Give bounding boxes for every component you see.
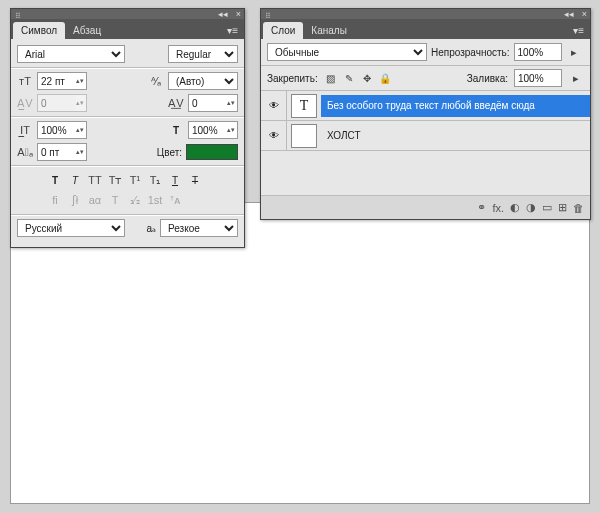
visibility-icon[interactable]: 👁: [261, 91, 287, 120]
layer-row[interactable]: 👁ХОЛСТ: [261, 121, 590, 151]
lock-pixels-icon[interactable]: ▨: [324, 71, 338, 85]
font-family-select[interactable]: Arial: [17, 45, 125, 63]
lock-paint-icon[interactable]: ✎: [342, 71, 356, 85]
color-label: Цвет:: [157, 147, 182, 158]
fill-arrow-icon[interactable]: ▸: [568, 70, 584, 86]
font-size-input[interactable]: ▴▾: [37, 72, 87, 90]
font-style-select[interactable]: Regular: [168, 45, 238, 63]
collapse-icon[interactable]: ◂◂: [564, 9, 574, 19]
opacity-input[interactable]: [514, 43, 562, 61]
tab-channels[interactable]: Каналы: [303, 22, 355, 39]
tab-paragraph[interactable]: Абзац: [65, 22, 109, 39]
allcaps-icon[interactable]: TT: [87, 172, 103, 188]
layers-panel: ⠿ ◂◂ × Слои Каналы ▾≡ Обычные Непрозрачн…: [260, 8, 591, 220]
kerning-icon: A̲V: [17, 95, 33, 111]
fill-label: Заливка:: [467, 73, 508, 84]
close-icon[interactable]: ×: [236, 9, 241, 19]
font-size-icon: тT: [17, 73, 33, 89]
layer-thumb[interactable]: [291, 124, 317, 148]
antialias-label: aₐ: [146, 223, 156, 234]
link-icon[interactable]: ⚭: [477, 201, 486, 214]
panel-menu-icon[interactable]: ▾≡: [567, 22, 590, 39]
opentype-icon-2: ʃł: [67, 192, 83, 208]
panel-menu-icon[interactable]: ▾≡: [221, 22, 244, 39]
fill-input[interactable]: [514, 69, 562, 87]
strike-icon[interactable]: T: [187, 172, 203, 188]
tracking-icon: A͟V: [168, 95, 184, 111]
baseline-icon: Aͣₐ: [17, 144, 33, 160]
lock-move-icon[interactable]: ✥: [360, 71, 374, 85]
opentype-icon-3: aα: [87, 192, 103, 208]
underline-icon[interactable]: T: [167, 172, 183, 188]
panel-titlebar[interactable]: ⠿ ◂◂ ×: [11, 9, 244, 19]
subscript-icon[interactable]: T₁: [147, 172, 163, 188]
visibility-icon[interactable]: 👁: [261, 121, 287, 150]
character-panel: ⠿ ◂◂ × Символ Абзац ▾≡ Arial Regular тT …: [10, 8, 245, 248]
opacity-label: Непрозрачность:: [431, 47, 510, 58]
opacity-arrow-icon[interactable]: ▸: [566, 44, 582, 60]
antialias-select[interactable]: Резкое: [160, 219, 238, 237]
color-swatch[interactable]: [186, 144, 238, 160]
mask-icon[interactable]: ◐: [510, 201, 520, 214]
lock-label: Закрепить:: [267, 73, 318, 84]
lock-all-icon[interactable]: 🔒: [378, 71, 392, 85]
tab-layers[interactable]: Слои: [263, 22, 303, 39]
panel-titlebar[interactable]: ⠿ ◂◂ ×: [261, 9, 590, 19]
fx-icon[interactable]: fx.: [492, 202, 504, 214]
leading-select[interactable]: (Авто): [168, 72, 238, 90]
tabs: Символ Абзац ▾≡: [11, 19, 244, 39]
layer-thumb[interactable]: T: [291, 94, 317, 118]
kerning-input: ▴▾: [37, 94, 87, 112]
collapse-icon[interactable]: ◂◂: [218, 9, 228, 19]
superscript-icon[interactable]: T¹: [127, 172, 143, 188]
close-icon[interactable]: ×: [582, 9, 587, 19]
group-icon[interactable]: ▭: [542, 201, 552, 214]
new-layer-icon[interactable]: ⊞: [558, 201, 567, 214]
opentype-icon-5: ₁⁄₂: [127, 192, 143, 208]
opentype-icon-7: ꜛᴀ: [167, 192, 183, 208]
leading-icon: ᴬ⁄ₐ: [148, 73, 164, 89]
baseline-input[interactable]: ▴▾: [37, 143, 87, 161]
trash-icon[interactable]: 🗑: [573, 202, 584, 214]
vscale-icon: I̲T: [17, 122, 33, 138]
tracking-input[interactable]: ▴▾: [188, 94, 238, 112]
opentype-icon-6: 1st: [147, 192, 163, 208]
layer-name[interactable]: Без особого труда текст любой введём сюд…: [321, 95, 590, 117]
opentype-icon-4: T: [107, 192, 123, 208]
layer-row[interactable]: 👁TБез особого труда текст любой введём с…: [261, 91, 590, 121]
blend-mode-select[interactable]: Обычные: [267, 43, 427, 61]
vscale-input[interactable]: ▴▾: [37, 121, 87, 139]
smallcaps-icon[interactable]: Tᴛ: [107, 172, 123, 188]
layer-list: 👁TБез особого труда текст любой введём с…: [261, 91, 590, 195]
tabs: Слои Каналы ▾≡: [261, 19, 590, 39]
layer-name[interactable]: ХОЛСТ: [321, 125, 590, 147]
italic-icon[interactable]: T: [67, 172, 83, 188]
language-select[interactable]: Русский: [17, 219, 125, 237]
hscale-input[interactable]: ▴▾: [188, 121, 238, 139]
tab-character[interactable]: Символ: [13, 22, 65, 39]
adjustment-icon[interactable]: ◑: [526, 201, 536, 214]
bold-icon[interactable]: T: [47, 172, 63, 188]
hscale-icon: T: [168, 122, 184, 138]
opentype-icon-1: fi: [47, 192, 63, 208]
